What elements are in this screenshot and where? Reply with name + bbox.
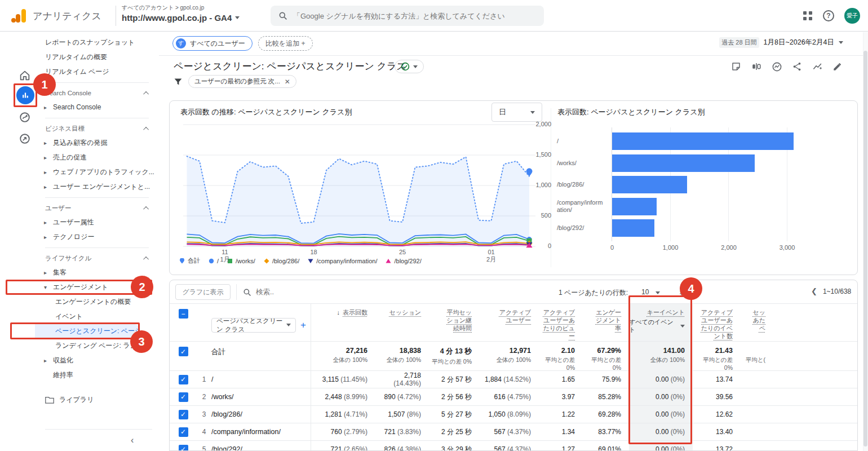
column-header[interactable]: ↓ 表示回数 — [311, 304, 375, 341]
column-header[interactable]: アクティブユーザーあたりのビュー — [539, 304, 583, 341]
sidebar-section-header[interactable]: ユーザー — [35, 201, 159, 215]
column-header[interactable]: アクティブユーザーあたりのイベント数 — [693, 304, 741, 341]
segment-pill-all-users[interactable]: す すべてのユーザー — [172, 36, 253, 51]
table-totals-row: ✓合計27,216全体の 100%18,838全体の 100%4 分 13 秒平… — [170, 341, 857, 370]
sidebar-item[interactable]: ▸見込み顧客の発掘 — [35, 135, 159, 150]
advertising-icon[interactable] — [15, 129, 34, 148]
sidebar-item[interactable]: イベント — [35, 309, 159, 324]
paginator: ❮ 1~10/638 ❯ — [811, 287, 858, 295]
sidebar-item[interactable]: ▸テクノロジー — [35, 229, 159, 244]
dimension-cell: ページパスとスクリーン クラス+ — [211, 304, 311, 341]
column-header[interactable]: エンゲージメント率 — [583, 304, 629, 341]
key-event-selector[interactable]: すべてのイベント — [629, 318, 685, 334]
sidebar-item[interactable]: エンゲージメントの概要 — [35, 294, 159, 309]
column-header[interactable]: 平均セッション継続時間 — [429, 304, 480, 341]
next-page-icon[interactable]: ❯ — [857, 287, 858, 295]
add-comparison-label: 比較を追加 + — [265, 39, 305, 48]
chevron-down-icon[interactable] — [656, 291, 660, 294]
row-checkbox[interactable]: ✓ — [179, 445, 188, 451]
feedback-note-icon[interactable] — [730, 61, 742, 72]
table-cell: 2 分 25 秒 — [429, 423, 480, 440]
table-cell: 616 (4.75%) — [480, 388, 539, 405]
filter-chip[interactable]: ユーザーの最初の参照元 次... ✕ — [188, 75, 296, 88]
close-icon[interactable]: ✕ — [285, 78, 290, 86]
table-body: ✓1/3,115 (11.45%)2,718 (14.43%)2 分 57 秒1… — [170, 370, 857, 451]
sidebar-item[interactable]: ▸ユーザー エンゲージメントと... — [35, 179, 159, 194]
row-checkbox[interactable]: ✓ — [179, 375, 188, 384]
filler — [773, 342, 857, 371]
sidebar-item[interactable]: ▸ウェブ / アプリのトラフィック... — [35, 165, 159, 179]
sidebar-item[interactable]: リアルタイムの概要 — [35, 50, 159, 64]
sidebar-item[interactable]: ▸Search Console — [35, 100, 159, 114]
share-icon[interactable] — [791, 61, 803, 72]
add-comparison-button[interactable]: 比較を追加 + — [258, 36, 313, 51]
property-selector[interactable]: http://www.gpol.co.jp - GA4 — [122, 13, 240, 23]
previous-page-icon[interactable]: ❮ — [811, 287, 817, 295]
collapse-sidebar-icon[interactable]: ‹ — [131, 435, 134, 445]
column-header[interactable]: セッあたペ — [741, 304, 773, 341]
sidebar-item[interactable]: リアルタイム ページ — [35, 64, 159, 79]
reports-icon[interactable] — [16, 86, 34, 104]
table-cell: 2 分 57 秒 — [429, 371, 480, 388]
row-checkbox[interactable]: ✓ — [179, 410, 188, 419]
chevron-up-icon — [143, 91, 149, 96]
table-cell: 2,448 (8.99%) — [311, 388, 375, 405]
table-row: ✓3/blog/286/1,281 (4.71%)1,507 (8%)5 分 2… — [170, 405, 857, 423]
sidebar-item[interactable]: ▸ユーザー属性 — [35, 215, 159, 229]
ab-compare-icon[interactable] — [751, 61, 762, 72]
trend-insights-icon[interactable] — [812, 61, 823, 72]
sidebar-item[interactable]: レポートのスナップショット — [35, 35, 159, 50]
row-number: 2 — [197, 388, 211, 405]
sidebar-item[interactable]: ▸収益化 — [35, 353, 159, 368]
sidebar-item[interactable]: ▾エンゲージメント — [35, 280, 159, 294]
date-range-selector[interactable]: 過去 28 日間 1月8日~2026年2月4日 — [719, 37, 843, 48]
avatar[interactable]: 愛子 — [844, 8, 860, 24]
chevron-down-icon — [235, 16, 240, 19]
rows-per-page-value[interactable]: 10 — [641, 288, 649, 296]
sidebar-item[interactable]: 維持率 — [35, 368, 159, 382]
explore-icon[interactable] — [15, 108, 34, 127]
sidebar-section-header[interactable]: ライフサイクル — [35, 251, 159, 265]
column-header[interactable]: アクティブユーザー — [480, 304, 539, 341]
account-switcher[interactable]: すべてのアカウント > gpol.co.jp http://www.gpol.c… — [122, 4, 240, 23]
table-search-input[interactable] — [256, 288, 335, 296]
totals-cell: 12,971全体の 100% — [480, 342, 539, 371]
row-checkbox[interactable]: ✓ — [179, 347, 188, 356]
search-input[interactable] — [293, 12, 530, 20]
sidebar: レポートのスナップショットリアルタイムの概要リアルタイム ページSearch C… — [35, 32, 159, 451]
scrollbar-thumb[interactable] — [863, 51, 867, 446]
apps-grid-icon[interactable] — [803, 11, 813, 21]
row-checkbox-cell: ✓ — [170, 423, 197, 440]
sidebar-item[interactable]: ▸売上の促進 — [35, 150, 159, 165]
column-header[interactable]: キーイベントすべてのイベント — [629, 304, 693, 341]
sidebar-section-header[interactable]: Search Console — [35, 86, 159, 100]
sidebar-item-selected[interactable]: ページとスクリーン: ページ... — [35, 324, 140, 338]
analytics-logo-icon[interactable] — [10, 9, 27, 23]
column-header[interactable]: セッション — [375, 304, 429, 341]
add-dimension-button[interactable]: + — [300, 320, 306, 331]
dimension-selector[interactable]: ページパスとスクリーン クラス — [211, 318, 296, 333]
table-search[interactable] — [243, 284, 335, 300]
edit-pencil-icon[interactable] — [832, 61, 843, 72]
date-range-preset: 過去 28 日間 — [719, 37, 759, 48]
row-checkbox[interactable]: ✓ — [179, 392, 188, 402]
select-all-checkbox[interactable]: − — [179, 309, 188, 319]
chevron-down-icon — [680, 325, 685, 328]
row-checkbox[interactable]: ✓ — [179, 427, 188, 437]
sidebar-item[interactable]: ▸集客 — [35, 265, 159, 280]
sidebar-item[interactable]: ランディング ページ: ラン... — [35, 338, 159, 353]
sidebar-item[interactable]: ライブラリ — [35, 392, 159, 407]
insights-icon[interactable] — [771, 61, 782, 72]
totals-cell: 18,838全体の 100% — [375, 342, 429, 371]
help-icon[interactable]: ? — [823, 10, 834, 21]
show-on-chart-button[interactable]: グラフに表示 — [175, 284, 231, 300]
bar-chart-title: 表示回数: ページパスとスクリーン クラス別 — [557, 107, 705, 117]
account-breadcrumb[interactable]: すべてのアカウント > gpol.co.jp — [122, 4, 240, 12]
sidebar-section-header[interactable]: ビジネス目標 — [35, 122, 159, 135]
global-search[interactable] — [271, 6, 544, 26]
filter-funnel-icon[interactable] — [174, 77, 183, 86]
table-cell — [741, 423, 773, 440]
report-status-pill[interactable] — [395, 60, 424, 73]
table-cell: 1,507 (8%) — [375, 406, 429, 423]
home-icon[interactable] — [15, 66, 34, 85]
